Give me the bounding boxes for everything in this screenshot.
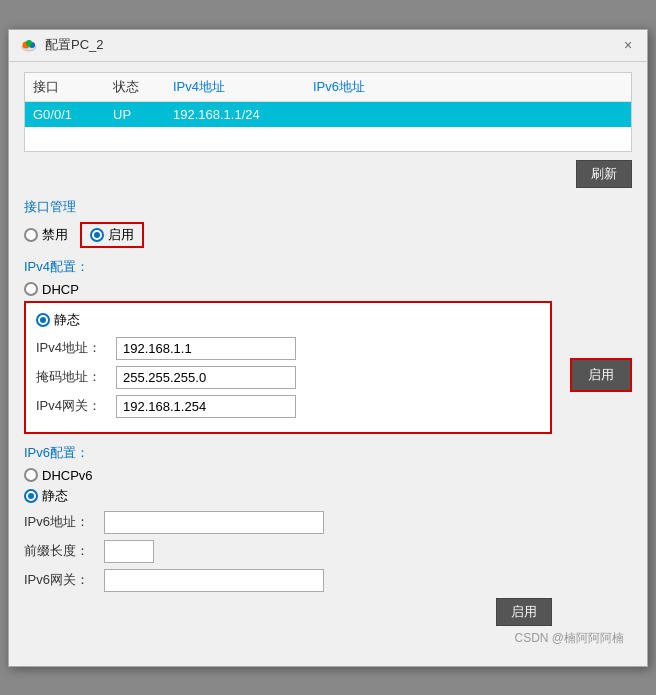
ipv6-address-row: IPv6地址： xyxy=(24,511,552,534)
prefix-length-row: 前缀长度： xyxy=(24,540,552,563)
title-bar: 配置PC_2 × xyxy=(9,30,647,62)
ipv4-gateway-label: IPv4网关： xyxy=(36,397,116,415)
prefix-length-input[interactable] xyxy=(104,540,154,563)
svg-point-3 xyxy=(26,40,32,46)
ipv6-static-radio-item[interactable]: 静态 xyxy=(24,487,68,505)
cell-interface: G0/0/1 xyxy=(33,107,113,122)
main-window: 配置PC_2 × 接口 状态 IPv4地址 IPv6地址 G0/0/1 UP 1… xyxy=(8,29,648,667)
mask-address-row: 掩码地址： xyxy=(36,366,540,389)
main-layout: 接口管理 禁用 启用 IPv4配置： DHCP xyxy=(24,198,632,626)
interface-mgmt-radio-group: 禁用 启用 xyxy=(24,222,552,248)
ipv4-gateway-input[interactable] xyxy=(116,395,296,418)
col-interface-header: 接口 xyxy=(33,78,113,96)
disable-radio-item[interactable]: 禁用 xyxy=(24,226,68,244)
cloud-icon xyxy=(19,35,39,55)
ipv6-address-label: IPv6地址： xyxy=(24,513,104,531)
ipv6-section: IPv6配置： DHCPv6 静态 IPv6地 xyxy=(24,444,552,626)
static-radio-item[interactable]: 静态 xyxy=(36,311,80,329)
col-status-header: 状态 xyxy=(113,78,173,96)
interface-table: 接口 状态 IPv4地址 IPv6地址 G0/0/1 UP 192.168.1.… xyxy=(24,72,632,152)
table-header-row: 接口 状态 IPv4地址 IPv6地址 xyxy=(25,73,631,102)
cell-status: UP xyxy=(113,107,173,122)
ipv6-address-input[interactable] xyxy=(104,511,324,534)
ipv6-gateway-row: IPv6网关： xyxy=(24,569,552,592)
static-radio-label: 静态 xyxy=(54,311,80,329)
ipv4-gateway-row: IPv4网关： xyxy=(36,395,540,418)
disable-radio-dot xyxy=(24,228,38,242)
ipv4-address-label: IPv4地址： xyxy=(36,339,116,357)
prefix-length-label: 前缀长度： xyxy=(24,542,104,560)
static-radio-group: 静态 xyxy=(36,311,540,329)
left-panel: 接口管理 禁用 启用 IPv4配置： DHCP xyxy=(24,198,552,626)
ipv4-address-input[interactable] xyxy=(116,337,296,360)
interface-mgmt-label: 接口管理 xyxy=(24,198,552,216)
col-ipv6-header: IPv6地址 xyxy=(313,78,453,96)
enable-radio-dot xyxy=(90,228,104,242)
enable-radio-box[interactable]: 启用 xyxy=(80,222,144,248)
ipv6-config-label: IPv6配置： xyxy=(24,444,552,462)
window-title: 配置PC_2 xyxy=(45,36,104,54)
ipv6-static-radio-label: 静态 xyxy=(42,487,68,505)
dhcp-radio-dot xyxy=(24,282,38,296)
table-row[interactable]: G0/0/1 UP 192.168.1.1/24 xyxy=(25,102,631,127)
title-bar-left: 配置PC_2 xyxy=(19,35,104,55)
apply-ipv4-button[interactable]: 启用 xyxy=(570,358,632,392)
enable-radio-label: 启用 xyxy=(108,226,134,244)
dhcpv6-radio-label: DHCPv6 xyxy=(42,468,93,483)
ipv4-static-box: 静态 IPv4地址： 掩码地址： IPv4网关： xyxy=(24,301,552,434)
table-empty-row xyxy=(25,127,631,151)
cell-ipv6 xyxy=(313,107,453,122)
dhcp-radio-item[interactable]: DHCP xyxy=(24,282,79,297)
ipv6-static-radio-dot xyxy=(24,489,38,503)
dhcp-radio-label: DHCP xyxy=(42,282,79,297)
ipv4-config-label: IPv4配置： xyxy=(24,258,552,276)
disable-radio-label: 禁用 xyxy=(42,226,68,244)
refresh-button[interactable]: 刷新 xyxy=(576,160,632,188)
ipv6-gateway-label: IPv6网关： xyxy=(24,571,104,589)
close-button[interactable]: × xyxy=(619,36,637,54)
ipv6-static-radio-group: 静态 xyxy=(24,487,552,505)
cell-ipv4: 192.168.1.1/24 xyxy=(173,107,313,122)
ipv6-type-radio-group: DHCPv6 xyxy=(24,468,552,483)
refresh-row: 刷新 xyxy=(24,160,632,188)
apply-ipv6-button[interactable]: 启用 xyxy=(496,598,552,626)
right-panel: 启用 xyxy=(552,198,632,626)
static-radio-dot xyxy=(36,313,50,327)
col-ipv4-header: IPv4地址 xyxy=(173,78,313,96)
dhcpv6-radio-dot xyxy=(24,468,38,482)
watermark: CSDN @楠阿阿阿楠 xyxy=(24,626,632,651)
ipv6-gateway-input[interactable] xyxy=(104,569,324,592)
ipv4-type-radio-group: DHCP xyxy=(24,282,552,297)
mask-address-input[interactable] xyxy=(116,366,296,389)
ipv6-apply-row: 启用 xyxy=(24,598,552,626)
mask-address-label: 掩码地址： xyxy=(36,368,116,386)
dhcpv6-radio-item[interactable]: DHCPv6 xyxy=(24,468,93,483)
content-area: 接口 状态 IPv4地址 IPv6地址 G0/0/1 UP 192.168.1.… xyxy=(9,62,647,666)
ipv4-address-row: IPv4地址： xyxy=(36,337,540,360)
